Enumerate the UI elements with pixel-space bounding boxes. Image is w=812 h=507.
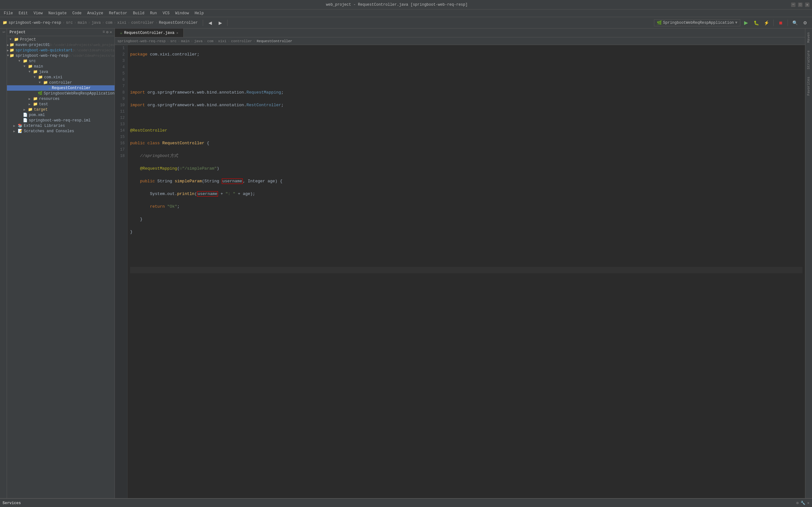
- breadcrumb-java: java: [92, 20, 101, 25]
- tree-item-maven[interactable]: ▶ 📁 maven-project01 D:\code\IdeaProjects…: [7, 42, 114, 48]
- tree-collapse-btn[interactable]: ≡: [102, 30, 105, 35]
- coverage-button[interactable]: ⚡: [762, 18, 771, 27]
- tree-item-controller[interactable]: ▼ 📁 controller: [7, 80, 114, 85]
- code-line-1: package com.xixi.controller;: [130, 51, 803, 58]
- tree-label: springboot-web-req-resp.iml: [29, 118, 91, 123]
- bc-sep7: ›: [253, 39, 255, 43]
- sidebar-project-icon[interactable]: 1: [0, 29, 7, 36]
- bc-class[interactable]: RequestController: [257, 39, 292, 43]
- menu-run[interactable]: Run: [148, 10, 160, 16]
- code-line-9: //springboot方式: [130, 153, 803, 159]
- tree-arrow: ▶: [7, 43, 9, 47]
- tree-label: pom.xml: [29, 113, 45, 117]
- bc-sep1: ›: [167, 39, 169, 43]
- configure-icon[interactable]: 🔧: [801, 501, 805, 505]
- menu-refactor[interactable]: Refactor: [106, 10, 130, 16]
- run-config-selector[interactable]: 🌿 SpringbootWebReqRespApplication ▼: [654, 19, 740, 26]
- tree-item-test[interactable]: ▶ 📁 test: [7, 102, 114, 107]
- tree-item-springboot-app[interactable]: 🌿 SpringbootWebReqRespApplication: [7, 91, 114, 96]
- debug-button[interactable]: 🐛: [752, 18, 761, 27]
- settings-gear-icon[interactable]: ⚙: [797, 501, 799, 505]
- breadcrumb-sep2: ›: [74, 20, 76, 25]
- toolbar-sep2: [227, 20, 227, 26]
- bc-com[interactable]: com: [207, 39, 213, 43]
- menu-navigate[interactable]: Navigate: [46, 10, 69, 16]
- tree-item-quickstart[interactable]: ▶ 📁 springboot-web-quickstart D:\code\Id…: [7, 48, 114, 53]
- tree-arrow: ▼: [9, 38, 13, 41]
- run-config-dropdown: ▼: [735, 20, 738, 25]
- window-controls[interactable]: ─ □ ✕: [791, 3, 809, 7]
- tree-arrow: ▶: [29, 97, 32, 101]
- menu-view[interactable]: View: [31, 10, 45, 16]
- code-line-12: System.out.println(username + ": " + age…: [130, 191, 803, 197]
- tree-item-com-xixi[interactable]: ▼ 📁 com.xixi: [7, 74, 114, 80]
- structure-panel-label[interactable]: Structure: [805, 47, 812, 73]
- menu-build[interactable]: Build: [131, 10, 147, 16]
- right-side-panels: Maven Structure Favorites: [805, 29, 812, 498]
- close-button[interactable]: ✕: [805, 3, 809, 7]
- tree-item-java[interactable]: ▼ 📁 java: [7, 69, 114, 74]
- tab-close-btn[interactable]: ✕: [176, 31, 178, 35]
- settings-button[interactable]: ⚙: [801, 18, 809, 27]
- maximize-button[interactable]: □: [798, 3, 803, 7]
- menu-edit[interactable]: Edit: [16, 10, 31, 16]
- menu-code[interactable]: Code: [70, 10, 84, 16]
- tree-item-target[interactable]: ▶ 📁 target: [7, 107, 114, 112]
- close-panel-icon[interactable]: ✕: [807, 501, 809, 505]
- code-line-3: [130, 77, 803, 83]
- tree-item-resources[interactable]: ▶ 📁 resources: [7, 96, 114, 102]
- project-label: springboot-web-req-resp: [9, 20, 61, 25]
- bc-sep2: ›: [178, 39, 180, 43]
- minimize-button[interactable]: ─: [791, 3, 796, 7]
- bc-main[interactable]: main: [181, 39, 190, 43]
- editor-content[interactable]: 1 2 3 4 5 6 7 8 9 10 11 12 13 14 15 16 1…: [115, 45, 805, 498]
- menu-window[interactable]: Window: [172, 10, 191, 16]
- request-ctrl-icon: ☕: [48, 86, 50, 90]
- stop-button[interactable]: ⏹: [776, 18, 785, 27]
- tree-item-project[interactable]: ▼ 📁 Project: [7, 37, 114, 42]
- tree-label: SpringbootWebReqRespApplication: [44, 91, 114, 96]
- favorites-panel-label[interactable]: Favorites: [805, 73, 812, 99]
- menu-help[interactable]: Help: [192, 10, 206, 16]
- tree-item-src[interactable]: ▼ 📁 src: [7, 58, 114, 64]
- forward-button[interactable]: ▶: [216, 18, 225, 27]
- breadcrumb-sep4: ›: [102, 20, 104, 25]
- bc-controller[interactable]: controller: [231, 39, 252, 43]
- code-area[interactable]: package com.xixi.controller; import org.…: [128, 45, 805, 498]
- breadcrumb-sep5: ›: [114, 20, 116, 25]
- search-button[interactable]: 🔍: [791, 18, 799, 27]
- tree-item-pom[interactable]: 📄 pom.xml: [7, 112, 114, 118]
- back-button[interactable]: ◀: [206, 18, 214, 27]
- tree-label: test: [39, 102, 48, 107]
- main-layout: 1 Project ≡ ⚙ ✕ ▼ 📁 Project ▶ 📁 ma: [0, 29, 812, 498]
- tree-item-scratches[interactable]: ▶ 📝 Scratches and Consoles: [7, 128, 114, 134]
- menu-vcs[interactable]: VCS: [160, 10, 172, 16]
- project-icon: 📁: [3, 20, 7, 25]
- tree-item-request-controller[interactable]: ☕ RequestController: [7, 85, 114, 91]
- breadcrumb-xixi: xixi: [117, 20, 126, 25]
- bc-java[interactable]: java: [194, 39, 202, 43]
- file-tab-request-controller[interactable]: ☕ RequestController.java ✕: [115, 29, 184, 37]
- bc-xixi[interactable]: xixi: [218, 39, 226, 43]
- run-button[interactable]: ▶: [742, 18, 751, 27]
- tree-label: src: [29, 59, 36, 63]
- tree-label: maven-project01: [15, 43, 50, 47]
- req-resp-folder-icon: 📁: [9, 53, 14, 58]
- tree-arrow: ▶: [13, 124, 17, 128]
- code-line-2: [130, 64, 803, 70]
- tree-item-req-resp[interactable]: ▼ 📁 springboot-web-req-resp D:\code\Idea…: [7, 53, 114, 58]
- tree-close-btn[interactable]: ✕: [110, 30, 112, 35]
- code-line-17: [130, 254, 803, 261]
- line-numbers: 1 2 3 4 5 6 7 8 9 10 11 12 13 14 15 16 1…: [115, 45, 128, 498]
- tree-settings-btn[interactable]: ⚙: [106, 30, 108, 35]
- tree-item-iml[interactable]: 📄 springboot-web-req-resp.iml: [7, 118, 114, 123]
- maven-panel-label[interactable]: Maven: [805, 29, 812, 47]
- bc-springboot[interactable]: springboot-web-req-resp: [117, 39, 166, 43]
- project-header: Project ≡ ⚙ ✕: [7, 29, 114, 36]
- menu-analyze[interactable]: Analyze: [85, 10, 106, 16]
- tree-item-main[interactable]: ▼ 📁 main: [7, 64, 114, 69]
- tree-item-external-libs[interactable]: ▶ 📚 External Libraries: [7, 123, 114, 128]
- breadcrumb-sep6: ›: [128, 20, 130, 25]
- bc-src[interactable]: src: [170, 39, 176, 43]
- menu-file[interactable]: File: [1, 10, 15, 16]
